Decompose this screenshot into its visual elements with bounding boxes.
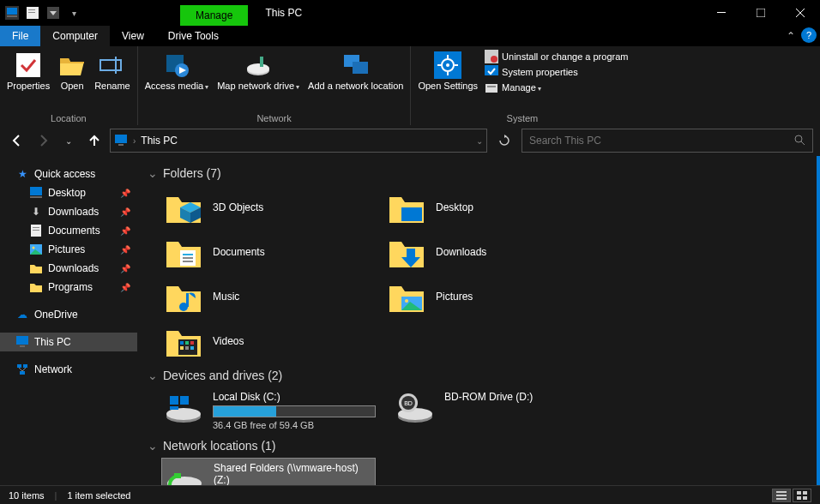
tree-programs[interactable]: Programs📌 xyxy=(0,278,137,297)
rename-icon xyxy=(99,51,126,79)
svg-rect-103 xyxy=(776,498,787,500)
tab-drive-tools[interactable]: Drive Tools xyxy=(156,26,231,46)
svg-rect-46 xyxy=(33,227,39,228)
search-icon xyxy=(793,134,805,148)
pc-icon xyxy=(15,335,29,349)
svg-rect-55 xyxy=(17,364,21,368)
close-button[interactable] xyxy=(781,0,820,26)
star-icon: ★ xyxy=(15,167,29,181)
details-view-button[interactable] xyxy=(772,489,791,502)
tab-computer[interactable]: Computer xyxy=(40,26,110,46)
properties-icon xyxy=(15,51,42,79)
svg-rect-15 xyxy=(100,60,121,70)
folder-videos[interactable]: Videos xyxy=(161,319,367,363)
tree-downloads[interactable]: ⬇Downloads📌 xyxy=(0,202,137,221)
access-media-button[interactable]: Access media xyxy=(143,50,210,94)
tree-network[interactable]: Network xyxy=(0,360,137,379)
svg-rect-36 xyxy=(487,86,496,87)
uninstall-program-button[interactable]: Uninstall or change a program xyxy=(485,50,628,63)
tree-this-pc[interactable]: This PC xyxy=(0,333,137,351)
folder-icon xyxy=(165,235,202,269)
manage-button[interactable]: Manage xyxy=(485,81,628,94)
manage-context-tab[interactable]: Manage xyxy=(180,5,248,26)
open-settings-button[interactable]: Open Settings xyxy=(416,50,479,93)
nav-tree: ★ Quick access Desktop📌 ⬇Downloads📌 Docu… xyxy=(0,156,137,485)
folder-3d-objects[interactable]: 3D Objects xyxy=(161,185,367,230)
svg-rect-68 xyxy=(183,254,193,255)
qat-properties-icon[interactable] xyxy=(24,4,41,21)
ribbon-tabs: File Computer View Drive Tools ⌃ ? xyxy=(0,26,820,46)
search-input[interactable] xyxy=(529,135,793,147)
open-button[interactable]: Open xyxy=(57,50,87,93)
svg-line-59 xyxy=(22,368,26,371)
breadcrumb[interactable]: This PC xyxy=(141,135,178,147)
folder-documents[interactable]: Documents xyxy=(161,230,367,274)
address-bar[interactable]: › This PC ⌄ xyxy=(110,129,487,153)
svg-line-42 xyxy=(801,141,805,145)
status-item-count: 10 items xyxy=(9,490,45,501)
ribbon-collapse-icon[interactable]: ⌃ xyxy=(781,26,801,46)
window-controls xyxy=(702,0,820,26)
tree-downloads-2[interactable]: Downloads📌 xyxy=(0,259,137,278)
forward-button[interactable] xyxy=(33,130,53,151)
map-drive-button[interactable]: Map network drive xyxy=(215,50,301,94)
tree-desktop[interactable]: Desktop📌 xyxy=(0,183,137,202)
tree-quick-access[interactable]: ★ Quick access xyxy=(0,165,137,183)
svg-rect-102 xyxy=(776,495,787,496)
add-network-location-button[interactable]: Add a network location xyxy=(306,50,405,93)
svg-point-21 xyxy=(247,63,269,74)
quick-access-toolbar: ▾ xyxy=(0,0,86,26)
svg-rect-84 xyxy=(190,341,194,345)
rename-button[interactable]: Rename xyxy=(93,50,132,93)
large-icons-view-button[interactable] xyxy=(793,489,811,502)
svg-rect-69 xyxy=(183,257,193,259)
add-network-location-icon xyxy=(342,51,370,79)
back-button[interactable] xyxy=(7,130,27,151)
group-header-drives[interactable]: ⌄Devices and drives (2) xyxy=(148,363,806,387)
maximize-button[interactable] xyxy=(741,0,781,26)
address-dropdown-icon[interactable]: ⌄ xyxy=(476,136,483,146)
group-header-folders[interactable]: ⌄Folders (7) xyxy=(148,161,806,185)
svg-rect-38 xyxy=(115,135,127,143)
tab-view[interactable]: View xyxy=(110,26,156,46)
help-button[interactable]: ? xyxy=(801,27,817,43)
app-icon xyxy=(3,4,21,21)
ribbon-group-label-network: Network xyxy=(143,111,406,123)
up-button[interactable] xyxy=(84,130,105,151)
search-box[interactable] xyxy=(522,129,813,153)
qat-dropdown-icon[interactable] xyxy=(45,4,62,21)
system-properties-icon xyxy=(485,65,498,79)
system-properties-button[interactable]: System properties xyxy=(485,65,628,79)
group-header-network-locations[interactable]: ⌄Network locations (1) xyxy=(148,434,806,458)
svg-point-33 xyxy=(491,56,497,63)
view-toggle xyxy=(772,489,811,502)
svg-point-27 xyxy=(446,63,449,67)
drive-local-c[interactable]: Local Disk (C:) 36.4 GB free of 59.4 GB xyxy=(161,387,376,434)
qat-customize-icon[interactable]: ▾ xyxy=(65,4,82,21)
recent-locations-button[interactable]: ⌄ xyxy=(58,130,79,151)
network-drive-z[interactable]: Shared Folders (\\vmware-host) (Z:) xyxy=(161,458,376,485)
tree-documents[interactable]: Documents📌 xyxy=(0,221,137,240)
drive-bdrom-d[interactable]: BD BD-ROM Drive (D:) xyxy=(393,387,607,434)
minimize-button[interactable] xyxy=(702,0,741,26)
svg-rect-44 xyxy=(30,196,42,198)
tab-file[interactable]: File xyxy=(0,26,40,46)
svg-marker-14 xyxy=(60,58,84,63)
access-media-icon xyxy=(163,51,190,79)
ribbon-group-label-system: System xyxy=(416,111,628,123)
folder-music[interactable]: Music xyxy=(161,274,367,319)
folder-desktop[interactable]: Desktop xyxy=(384,185,590,230)
svg-point-49 xyxy=(33,247,35,249)
svg-rect-91 xyxy=(180,396,189,405)
properties-button[interactable]: Properties xyxy=(5,50,51,93)
tree-onedrive[interactable]: ☁OneDrive xyxy=(0,305,137,324)
pin-icon: 📌 xyxy=(120,245,130,255)
tree-pictures[interactable]: Pictures📌 xyxy=(0,240,137,259)
folder-pictures[interactable]: Pictures xyxy=(384,274,590,319)
folder-downloads[interactable]: Downloads xyxy=(384,230,590,274)
cloud-icon: ☁ xyxy=(15,308,29,321)
svg-rect-54 xyxy=(20,345,25,347)
refresh-button[interactable] xyxy=(492,129,516,153)
svg-rect-101 xyxy=(776,491,787,493)
title-bar: ▾ Manage This PC xyxy=(0,0,820,26)
